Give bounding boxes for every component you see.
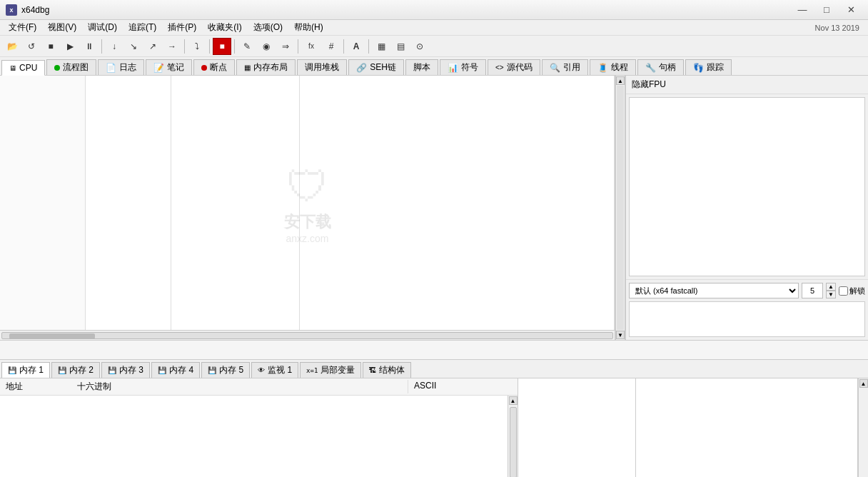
code-scrollbar-thumb[interactable] [9, 333, 95, 339]
fx-button[interactable]: fx [301, 38, 321, 55]
tab-trace[interactable]: 👣 跟踪 [685, 59, 732, 75]
app-icon: x [6, 4, 17, 16]
mem-layout-button[interactable]: ▦ [372, 38, 390, 55]
tab-threads[interactable]: 🧵 线程 [590, 59, 636, 75]
menu-debug[interactable]: 调试(D) [82, 20, 123, 35]
tab-references[interactable]: 🔍 引用 [542, 59, 588, 75]
tab-breakpoints[interactable]: 断点 [193, 59, 235, 75]
menu-view[interactable]: 视图(V) [42, 20, 82, 35]
window-title: x64dbg [21, 5, 791, 15]
fpu-content [629, 97, 865, 276]
memory-scrollbar-v[interactable]: ▲ ▼ [508, 396, 518, 477]
step-over-button[interactable]: ↘ [124, 38, 143, 55]
code-panel: 🛡 安下载 anxz.com [0, 76, 615, 340]
tab-memory-4[interactable]: 💾 内存 4 [151, 362, 200, 378]
code-scrollbar-h[interactable] [0, 330, 615, 340]
code-scrollbar-track[interactable] [1, 332, 613, 339]
menu-options[interactable]: 选项(O) [248, 20, 288, 35]
notes-icon: 📝 [153, 63, 164, 73]
mem3-icon: 💾 [108, 366, 116, 374]
mem2-icon: 💾 [58, 366, 66, 374]
fpu-spinbtn-down[interactable]: ▼ [826, 291, 836, 298]
bottom-panel: 地址 十六进制 ASCII ▲ ▼ ▲ [0, 378, 868, 477]
tab-bar-bottom: 💾 内存 1 💾 内存 2 💾 内存 3 💾 内存 4 💾 内存 5 👁 监视 … [0, 360, 868, 378]
stop-button[interactable]: ■ [41, 38, 60, 55]
run-to-button[interactable]: → [163, 38, 181, 55]
minimize-button[interactable]: — [791, 3, 814, 17]
tab-symbols[interactable]: 📊 符号 [440, 59, 486, 75]
menu-trace[interactable]: 追踪(T) [123, 20, 162, 35]
tab-source[interactable]: <> 源代码 [488, 59, 540, 75]
font-button[interactable]: A [347, 38, 365, 55]
fpu-unlock-checkbox[interactable] [839, 286, 848, 296]
menu-help[interactable]: 帮助(H) [288, 20, 329, 35]
tab-flowgraph[interactable]: 流程图 [46, 59, 96, 75]
step-out-button[interactable]: ↗ [143, 38, 162, 55]
memory-body[interactable] [0, 396, 508, 477]
thread-icon: 🧵 [597, 63, 608, 73]
mem-layout-icon: ▦ [244, 64, 251, 71]
maximize-button[interactable]: □ [815, 3, 838, 17]
run-button[interactable]: ▶ [61, 38, 79, 55]
tab-memory-layout[interactable]: ▦ 内存布局 [236, 59, 296, 75]
code-content[interactable]: 🛡 安下载 anxz.com [0, 76, 615, 330]
fpu-spinbtn-up[interactable]: ▲ [826, 283, 836, 291]
hash-button[interactable]: # [322, 38, 340, 55]
step-into-button[interactable]: ↓ [105, 38, 123, 55]
code-col-bytes [86, 76, 171, 330]
memory-panel: 地址 十六进制 ASCII ▲ ▼ [0, 378, 518, 477]
code-scrollbar-v[interactable]: ▲ ▼ [615, 76, 625, 340]
mem-map-button[interactable]: ▤ [391, 38, 410, 55]
scrollbar-up-arrow[interactable]: ▲ [616, 76, 625, 85]
menu-plugin[interactable]: 插件(P) [162, 20, 202, 35]
patch-button[interactable]: ✎ [238, 38, 256, 55]
tab-notes[interactable]: 📝 笔记 [146, 59, 192, 75]
right-scrollbar-v[interactable]: ▲ [858, 378, 868, 477]
menu-date: Nov 13 2019 [815, 24, 865, 32]
main-area: 🛡 安下载 anxz.com ▲ ▼ 隐藏FPU [0, 76, 868, 340]
highlight-button[interactable]: ■ [213, 38, 231, 55]
exec-till-button[interactable]: ⤵ [188, 38, 206, 55]
tab-seh[interactable]: 🔗 SEH链 [348, 59, 404, 75]
restart-button[interactable]: ↺ [22, 38, 41, 55]
tab-memory-2[interactable]: 💾 内存 2 [51, 362, 100, 378]
open-button[interactable]: 📂 [3, 38, 21, 55]
tab-memory-5[interactable]: 💾 内存 5 [201, 362, 250, 378]
tab-bar-top: 🖥 CPU 流程图 📄 日志 📝 笔记 断点 ▦ 内存布局 调用堆栈 🔗 SEH… [0, 57, 868, 76]
fpu-calling-convention-select[interactable]: 默认 (x64 fastcall) [629, 283, 799, 298]
title-bar: x x64dbg — □ ✕ [0, 0, 868, 20]
tab-handles[interactable]: 🔧 句柄 [637, 59, 684, 75]
sep-4 [234, 39, 235, 54]
tab-cpu[interactable]: 🖥 CPU [1, 60, 45, 76]
trace-icon: 👣 [693, 63, 704, 73]
scrollbar-v-track [617, 86, 624, 330]
mem-scroll-track [510, 407, 517, 477]
handle-icon: 🔧 [645, 63, 656, 73]
fpu-spinbox[interactable] [802, 283, 823, 298]
tab-locals[interactable]: x=1 局部变量 [300, 362, 361, 378]
right-panels: ▲ [518, 378, 868, 477]
settings-button[interactable]: ⊙ [410, 38, 429, 55]
tab-log[interactable]: 📄 日志 [98, 59, 144, 75]
sep-3 [209, 39, 210, 54]
log-icon: 📄 [106, 63, 116, 73]
bp-button[interactable]: ◉ [257, 38, 276, 55]
right-panel-stack [636, 378, 858, 477]
toolbar: 📂 ↺ ■ ▶ ⏸ ↓ ↘ ↗ → ⤵ ■ ✎ ◉ ⇒ fx # A ▦ ▤ ⊙ [0, 36, 868, 57]
right-scroll-up[interactable]: ▲ [859, 379, 868, 388]
menu-file[interactable]: 文件(F) [3, 20, 42, 35]
tab-script[interactable]: 脚本 [405, 59, 438, 75]
close-button[interactable]: ✕ [839, 3, 862, 17]
tab-memory-3[interactable]: 💾 内存 3 [101, 362, 150, 378]
scrollbar-down-arrow[interactable]: ▼ [616, 331, 625, 339]
tab-memory-1[interactable]: 💾 内存 1 [1, 362, 50, 378]
tab-callstack[interactable]: 调用堆栈 [297, 59, 347, 75]
memory-body-wrapper: ▲ ▼ [0, 396, 518, 477]
pause-button[interactable]: ⏸ [80, 38, 99, 55]
memory-col-addr: 地址 [3, 380, 74, 393]
tab-watch-1[interactable]: 👁 监视 1 [251, 362, 298, 378]
trace-button[interactable]: ⇒ [276, 38, 295, 55]
menu-favorites[interactable]: 收藏夹(I) [202, 20, 247, 35]
tab-structs[interactable]: 🏗 结构体 [363, 362, 411, 378]
mem-scroll-up[interactable]: ▲ [509, 396, 518, 405]
